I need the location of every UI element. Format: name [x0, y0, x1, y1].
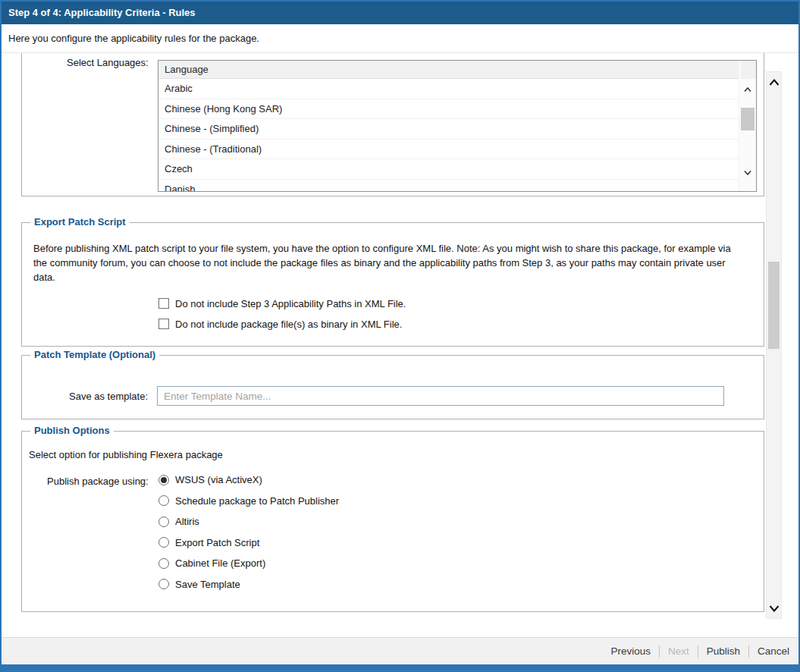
- template-name-input[interactable]: [157, 386, 724, 406]
- altiris-radio[interactable]: [158, 517, 169, 527]
- languages-scroll-up-button[interactable]: [739, 82, 756, 97]
- language-name: Arabic: [165, 83, 193, 94]
- window-title: Step 4 of 4: Applicability Criteria - Ru…: [8, 7, 196, 18]
- languages-column-header[interactable]: Language: [158, 61, 739, 79]
- language-row[interactable]: Danish: [158, 180, 739, 193]
- chevron-down-icon: [769, 605, 780, 612]
- wizard-description: Here you configure the applicability rul…: [8, 33, 259, 44]
- publish-package-using-label: Publish package using:: [47, 476, 149, 487]
- footer: Previous Next Publish Cancel: [2, 638, 798, 664]
- language-row[interactable]: Chinese (Hong Kong SAR): [158, 99, 739, 120]
- publish-options-description: Select option for publishing Flexera pac…: [29, 449, 223, 460]
- languages-scrollbar[interactable]: [739, 61, 756, 191]
- cabinet-file-radio-label[interactable]: Cabinet File (Export): [175, 557, 265, 569]
- next-button: Next: [668, 645, 689, 657]
- radio-row-altiris[interactable]: Altiris: [158, 516, 339, 527]
- language-row[interactable]: Chinese - (Simplified): [158, 119, 739, 140]
- languages-scroll-down-button[interactable]: [739, 165, 756, 181]
- save-template-radio-label[interactable]: Save Template: [175, 579, 240, 590]
- checkbox-row-applicability-paths[interactable]: Do not include Step 3 Applicability Path…: [158, 297, 406, 309]
- chevron-up-icon: [744, 87, 751, 92]
- language-name: Chinese - (Simplified): [165, 123, 259, 134]
- patch-publisher-radio[interactable]: [158, 495, 169, 506]
- languages-list: Arabic Chinese (Hong Kong SAR) Chinese -…: [158, 79, 739, 192]
- radio-row-patch-publisher[interactable]: Schedule package to Patch Publisher: [158, 495, 339, 507]
- wsus-radio[interactable]: [158, 475, 169, 485]
- publish-method-radio-group: WSUS (via ActiveX) Schedule package to P…: [158, 474, 339, 590]
- checkbox-row-package-binary[interactable]: Do not include package file(s) as binary…: [158, 318, 402, 330]
- select-languages-label: Select Languages:: [67, 57, 149, 68]
- wizard-window: Step 4 of 4: Applicability Criteria - Ru…: [0, 0, 800, 672]
- footer-divider: [748, 645, 749, 658]
- export-patch-script-group: Export Patch Script Before publishing XM…: [21, 222, 764, 347]
- patch-template-title: Patch Template (Optional): [30, 349, 159, 360]
- export-description: Before publishing XML patch script to yo…: [33, 242, 740, 285]
- radio-row-cabinet-file[interactable]: Cabinet File (Export): [158, 557, 339, 569]
- language-name: Chinese (Hong Kong SAR): [165, 103, 282, 115]
- scroll-down-button[interactable]: [767, 600, 781, 617]
- patch-template-group: Patch Template (Optional) Save as templa…: [21, 355, 764, 419]
- languages-listbox: Language Arabic Chinese (Hong Kong SAR) …: [158, 60, 757, 192]
- cabinet-file-radio[interactable]: [158, 558, 169, 569]
- export-script-radio[interactable]: [158, 537, 169, 548]
- languages-column-header-label: Language: [165, 64, 209, 75]
- radio-row-save-template[interactable]: Save Template: [158, 579, 339, 590]
- scroll-up-button[interactable]: [767, 74, 781, 90]
- footer-divider: [698, 645, 698, 658]
- main-scrollbar[interactable]: [766, 71, 782, 619]
- previous-button[interactable]: Previous: [610, 645, 651, 657]
- language-row[interactable]: Chinese - (Traditional): [158, 140, 739, 160]
- export-script-radio-label[interactable]: Export Patch Script: [175, 537, 259, 548]
- chevron-down-icon: [744, 171, 751, 175]
- applicability-paths-checkbox-label[interactable]: Do not include Step 3 Applicability Path…: [175, 298, 406, 309]
- languages-scrollbar-thumb[interactable]: [741, 108, 755, 130]
- cancel-button[interactable]: Cancel: [758, 645, 789, 657]
- altiris-radio-label[interactable]: Altiris: [175, 516, 199, 527]
- applicability-paths-checkbox[interactable]: [158, 298, 169, 309]
- chevron-up-icon: [769, 79, 780, 86]
- footer-divider: [659, 645, 660, 658]
- publish-button[interactable]: Publish: [707, 645, 740, 657]
- language-row[interactable]: Arabic: [158, 79, 739, 99]
- save-as-template-label: Save as template:: [69, 391, 148, 402]
- titlebar: Step 4 of 4: Applicability Criteria - Ru…: [2, 2, 798, 24]
- save-template-radio[interactable]: [158, 579, 169, 589]
- language-name: Danish: [165, 184, 195, 192]
- language-name: Chinese - (Traditional): [165, 143, 262, 155]
- radio-row-export-script[interactable]: Export Patch Script: [158, 537, 339, 548]
- language-row[interactable]: Czech: [158, 159, 739, 180]
- publish-options-title: Publish Options: [30, 425, 114, 436]
- package-binary-checkbox[interactable]: [158, 319, 169, 329]
- language-name: Czech: [165, 163, 193, 174]
- main-scrollbar-thumb[interactable]: [768, 262, 780, 349]
- publish-options-group: Publish Options Select option for publis…: [21, 431, 764, 612]
- radio-row-wsus[interactable]: WSUS (via ActiveX): [158, 474, 339, 485]
- languages-scrollbar-corner: [741, 61, 756, 79]
- patch-publisher-radio-label[interactable]: Schedule package to Patch Publisher: [175, 495, 339, 507]
- export-patch-script-title: Export Patch Script: [30, 216, 130, 228]
- wsus-radio-label[interactable]: WSUS (via ActiveX): [175, 474, 262, 485]
- package-binary-checkbox-label[interactable]: Do not include package file(s) as binary…: [175, 319, 402, 330]
